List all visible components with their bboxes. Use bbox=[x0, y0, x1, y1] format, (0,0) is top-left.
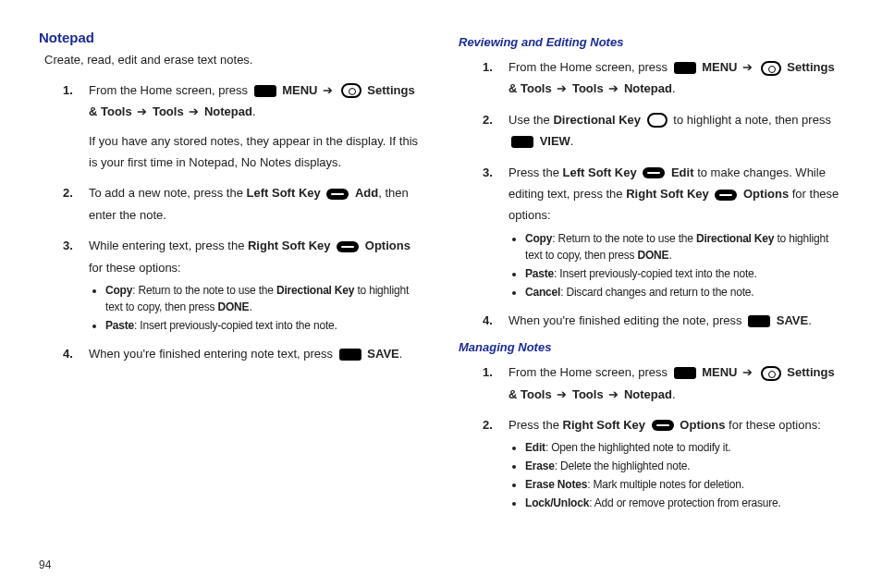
arrow-icon: ➔ bbox=[137, 104, 147, 118]
text: To add a new note, press the bbox=[89, 186, 247, 200]
options-list: Copy: Return to the note to use the Dire… bbox=[89, 282, 423, 334]
lock-text: : Add or remove protection from erasure. bbox=[589, 496, 780, 509]
directional-key-label: Directional Key bbox=[276, 284, 354, 297]
ok-key-icon bbox=[674, 367, 696, 379]
ok-key-icon bbox=[254, 85, 276, 97]
period: . bbox=[249, 300, 251, 313]
step-3: While entering text, press the Right Sof… bbox=[39, 235, 423, 334]
left-soft-key-label: Left Soft Key bbox=[563, 165, 637, 179]
text: From the Home screen, press bbox=[89, 83, 251, 97]
text2: for these options: bbox=[89, 261, 181, 275]
opt-paste: Paste: Insert previously-copied text int… bbox=[105, 317, 423, 334]
options-list: Copy: Return to the note to use the Dire… bbox=[508, 230, 843, 300]
rstep-3: Press the Left Soft Key Edit to make cha… bbox=[459, 162, 843, 300]
text: When you're finished editing the note, p… bbox=[508, 313, 745, 327]
soft-key-icon bbox=[715, 190, 737, 201]
opt-copy: Copy: Return to the note to use the Dire… bbox=[105, 282, 423, 315]
mstep-2: Press the Right Soft Key Options for the… bbox=[459, 414, 843, 511]
erase-label: Erase bbox=[525, 459, 555, 472]
opt-edit: Edit: Open the highlighted note to modif… bbox=[525, 439, 843, 456]
save-label: SAVE bbox=[777, 313, 808, 327]
period: . bbox=[808, 313, 812, 327]
text: While entering text, press the bbox=[89, 239, 248, 252]
paste-label: Paste bbox=[105, 319, 134, 332]
page-number: 94 bbox=[39, 558, 51, 571]
opt-copy: Copy: Return to the note to use the Dire… bbox=[525, 230, 843, 263]
arrow-icon: ➔ bbox=[608, 387, 619, 401]
center-key-icon bbox=[761, 61, 781, 76]
path-notepad: Notepad bbox=[624, 387, 672, 401]
step-4: When you're finished entering note text,… bbox=[39, 343, 423, 364]
opt-lock: Lock/Unlock: Add or remove protection fr… bbox=[525, 495, 843, 511]
arrow-icon: ➔ bbox=[608, 81, 619, 95]
done-label: DONE bbox=[638, 249, 669, 262]
save-label: SAVE bbox=[367, 347, 398, 361]
page-content: Notepad Create, read, edit and erase tex… bbox=[0, 0, 882, 521]
soft-key-icon bbox=[643, 167, 665, 178]
text: Press the bbox=[508, 165, 563, 179]
manage-steps: From the Home screen, press MENU ➔ Setti… bbox=[459, 361, 843, 511]
nav-key-icon bbox=[647, 113, 668, 128]
path-notepad: Notepad bbox=[624, 81, 672, 95]
opt-erase-notes: Erase Notes: Mark multiple notes for del… bbox=[525, 476, 843, 493]
left-column: Notepad Create, read, edit and erase tex… bbox=[39, 30, 423, 521]
edit-text: : Open the highlighted note to modify it… bbox=[545, 441, 731, 454]
center-key-icon bbox=[761, 366, 781, 381]
intro-text: Create, read, edit and erase text notes. bbox=[44, 51, 423, 70]
period: . bbox=[672, 387, 676, 401]
paste-label: Paste bbox=[525, 267, 554, 280]
soft-key-icon bbox=[337, 241, 359, 252]
done-label: DONE bbox=[218, 300, 250, 313]
ok-key-icon bbox=[511, 136, 533, 148]
arrow-icon: ➔ bbox=[189, 104, 199, 118]
period: . bbox=[668, 249, 671, 262]
text2: to highlight a note, then press bbox=[673, 113, 831, 127]
erase-notes-label: Erase Notes bbox=[525, 478, 587, 491]
menu-label: MENU bbox=[702, 365, 737, 379]
opt-cancel: Cancel: Discard changes and return to th… bbox=[525, 284, 843, 300]
menu-label: MENU bbox=[702, 60, 737, 74]
erase-notes-text: : Mark multiple notes for deletion. bbox=[587, 478, 744, 491]
create-steps: From the Home screen, press MENU ➔ Setti… bbox=[39, 80, 423, 365]
center-key-icon bbox=[341, 83, 361, 98]
step-1: From the Home screen, press MENU ➔ Setti… bbox=[39, 80, 423, 174]
text: Press the bbox=[508, 418, 563, 432]
right-soft-key-label: Right Soft Key bbox=[248, 239, 331, 252]
period: . bbox=[399, 347, 403, 361]
edit-label: Edit bbox=[525, 441, 545, 454]
arrow-icon: ➔ bbox=[742, 365, 753, 379]
soft-key-icon bbox=[652, 420, 674, 431]
cancel-label: Cancel bbox=[525, 286, 560, 299]
arrow-icon: ➔ bbox=[557, 387, 567, 401]
options-label: Options bbox=[365, 239, 410, 252]
arrow-icon: ➔ bbox=[557, 81, 567, 95]
edit-label: Edit bbox=[671, 165, 694, 179]
lock-label: Lock/Unlock bbox=[525, 496, 589, 509]
ok-key-icon bbox=[748, 315, 770, 327]
rstep-1: From the Home screen, press MENU ➔ Setti… bbox=[459, 56, 843, 100]
path-tools: Tools bbox=[572, 81, 604, 95]
path-tools: Tools bbox=[572, 387, 604, 401]
left-soft-key-label: Left Soft Key bbox=[247, 186, 321, 200]
rstep-4: When you're finished editing the note, p… bbox=[459, 310, 843, 331]
copy-text: : Return to the note to use the bbox=[552, 232, 696, 245]
step-2: To add a new note, press the Left Soft K… bbox=[39, 182, 423, 226]
erase-text: : Delete the highlighted note. bbox=[555, 459, 691, 472]
period: . bbox=[672, 81, 676, 95]
rstep-2: Use the Directional Key to highlight a n… bbox=[459, 109, 843, 153]
view-label: VIEW bbox=[540, 134, 570, 148]
menu-label: MENU bbox=[282, 83, 317, 97]
right-soft-key-label: Right Soft Key bbox=[563, 418, 646, 432]
heading-managing: Managing Notes bbox=[459, 340, 843, 354]
mstep-1: From the Home screen, press MENU ➔ Setti… bbox=[459, 361, 843, 405]
opt-erase: Erase: Delete the highlighted note. bbox=[525, 458, 843, 474]
cancel-text: : Discard changes and return to the note… bbox=[560, 286, 753, 299]
directional-key-label: Directional Key bbox=[553, 113, 641, 127]
ok-key-icon bbox=[339, 349, 361, 361]
add-label: Add bbox=[355, 186, 378, 200]
options-label: Options bbox=[680, 418, 725, 432]
heading-notepad: Notepad bbox=[39, 30, 423, 45]
review-steps: From the Home screen, press MENU ➔ Setti… bbox=[459, 56, 843, 331]
text2: for these options: bbox=[729, 418, 821, 432]
right-column: Reviewing and Editing Notes From the Hom… bbox=[459, 30, 843, 521]
